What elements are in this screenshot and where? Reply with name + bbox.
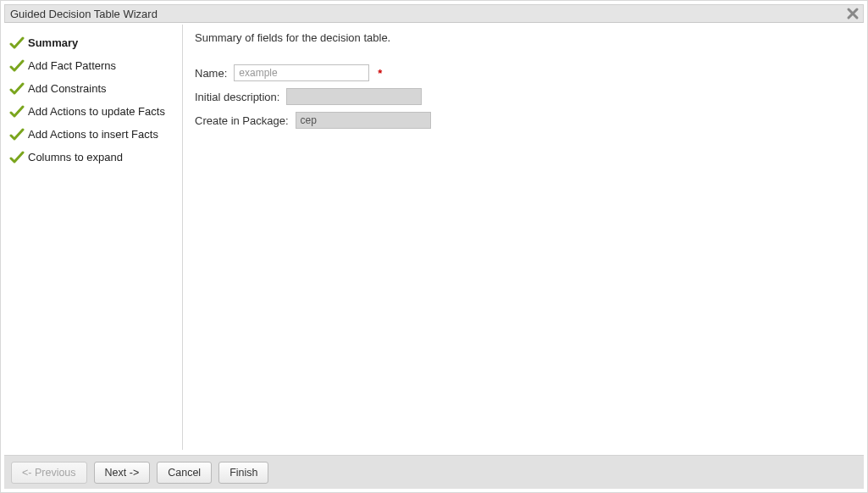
titlebar: Guided Decision Table Wizard: [4, 4, 864, 23]
step-add-actions-insert[interactable]: Add Actions to insert Facts: [9, 123, 177, 146]
check-icon: [9, 81, 25, 97]
label-description: Initial description:: [195, 91, 279, 103]
wizard-window: Guided Decision Table Wizard Summary Add…: [0, 0, 868, 493]
previous-button: <- Previous: [11, 462, 87, 484]
cancel-button[interactable]: Cancel: [157, 462, 212, 484]
next-button[interactable]: Next ->: [94, 462, 151, 484]
check-icon: [9, 127, 25, 142]
content-heading: Summary of fields for the decision table…: [195, 31, 859, 44]
check-icon: [9, 104, 25, 119]
step-label: Columns to expand: [28, 151, 123, 163]
check-icon: [9, 36, 25, 51]
label-package: Create in Package:: [195, 114, 289, 127]
name-input[interactable]: [234, 64, 369, 81]
check-icon: [9, 150, 25, 165]
wizard-footer: <- Previous Next -> Cancel Finish: [4, 455, 864, 489]
row-description: Initial description:: [195, 88, 859, 105]
required-star: *: [378, 67, 382, 80]
step-columns-to-expand[interactable]: Columns to expand: [9, 146, 177, 169]
wizard-content: Summary of fields for the decision table…: [195, 31, 859, 451]
finish-button[interactable]: Finish: [218, 462, 268, 484]
step-label: Add Actions to update Facts: [28, 105, 165, 118]
wizard-step-list: Summary Add Fact Patterns Add Constraint…: [4, 23, 182, 451]
step-label: Add Constraints: [28, 82, 107, 95]
wizard-body: Summary Add Fact Patterns Add Constraint…: [4, 23, 864, 451]
window-title: Guided Decision Table Wizard: [10, 8, 158, 20]
vertical-divider: [182, 25, 183, 450]
step-add-fact-patterns[interactable]: Add Fact Patterns: [9, 54, 177, 77]
package-input: [296, 112, 431, 129]
step-add-constraints[interactable]: Add Constraints: [9, 77, 177, 100]
label-name: Name:: [195, 67, 227, 80]
step-summary[interactable]: Summary: [9, 31, 177, 54]
description-input[interactable]: [286, 88, 422, 105]
step-add-actions-update[interactable]: Add Actions to update Facts: [9, 100, 177, 123]
row-name: Name: *: [195, 64, 859, 81]
step-label: Add Actions to insert Facts: [28, 128, 158, 141]
close-icon[interactable]: [846, 7, 860, 20]
row-package: Create in Package:: [195, 112, 859, 129]
step-label: Add Fact Patterns: [28, 59, 116, 72]
step-label: Summary: [28, 36, 78, 49]
check-icon: [9, 58, 25, 74]
